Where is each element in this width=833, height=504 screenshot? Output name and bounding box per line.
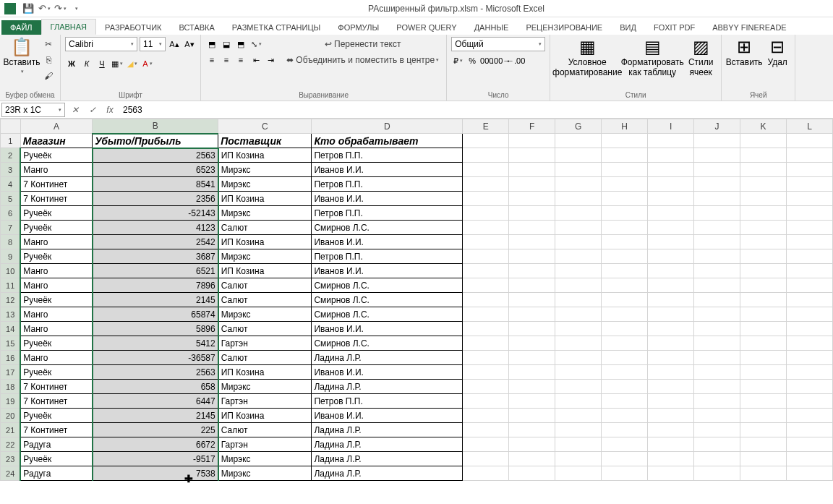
cell-B24[interactable]: 7538 — [93, 466, 218, 481]
row-header-13[interactable]: 13 — [1, 307, 21, 322]
percent-button[interactable]: % — [466, 54, 479, 68]
cell-H5[interactable] — [602, 192, 648, 206]
cell-C13[interactable]: Мирэкс — [218, 307, 312, 322]
cell-J24[interactable] — [694, 466, 740, 481]
cell-I11[interactable] — [648, 278, 694, 293]
cell-G10[interactable] — [555, 264, 602, 278]
cell-L13[interactable] — [786, 307, 832, 322]
formula-input[interactable] — [119, 103, 833, 117]
cell-B21[interactable]: 225 — [93, 423, 218, 437]
cell-K4[interactable] — [740, 177, 786, 192]
cell-K8[interactable] — [740, 235, 786, 249]
cell-K14[interactable] — [740, 322, 786, 336]
borders-button[interactable]: ▦▾ — [111, 56, 124, 71]
cell-G12[interactable] — [555, 293, 602, 307]
cell-F15[interactable] — [509, 336, 555, 351]
cell-C6[interactable]: Мирэкс — [218, 206, 312, 221]
cell-E6[interactable] — [463, 206, 509, 221]
cell-J19[interactable] — [694, 394, 740, 409]
cell-D22[interactable]: Ладина Л.Р. — [312, 437, 463, 452]
cell-B1[interactable]: Убыто/Прибыль — [93, 134, 218, 148]
font-name-select[interactable]: Calibri▾ — [65, 37, 137, 51]
paste-button[interactable]: 📋 Вставить ▾ — [4, 37, 39, 76]
cell-G18[interactable] — [555, 380, 602, 394]
cell-D6[interactable]: Петров П.П. — [312, 206, 463, 221]
cell-D24[interactable]: Ладина Л.Р. — [312, 466, 463, 481]
row-header-23[interactable]: 23 — [1, 452, 21, 466]
cell-A22[interactable]: Радуга — [20, 437, 92, 452]
cell-L24[interactable] — [786, 466, 832, 481]
cell-C12[interactable]: Салют — [218, 293, 312, 307]
underline-button[interactable]: Ч — [95, 56, 108, 71]
cell-K12[interactable] — [740, 293, 786, 307]
cell-B6[interactable]: -52143 — [93, 206, 218, 221]
cell-A15[interactable]: Ручеёк — [20, 336, 92, 351]
cell-F20[interactable] — [509, 409, 555, 423]
col-header-C[interactable]: C — [218, 119, 312, 134]
col-header-I[interactable]: I — [648, 119, 694, 134]
cell-G13[interactable] — [555, 307, 602, 322]
cell-K7[interactable] — [740, 221, 786, 235]
align-right-button[interactable]: ≡ — [234, 53, 247, 67]
cell-H22[interactable] — [602, 437, 648, 452]
cell-D5[interactable]: Иванов И.И. — [312, 192, 463, 206]
cell-D19[interactable]: Петров П.П. — [312, 394, 463, 409]
cell-A5[interactable]: 7 Континет — [20, 192, 92, 206]
row-header-8[interactable]: 8 — [1, 235, 21, 249]
row-header-16[interactable]: 16 — [1, 351, 21, 365]
cell-E24[interactable] — [463, 466, 509, 481]
cell-E15[interactable] — [463, 336, 509, 351]
cell-H2[interactable] — [602, 148, 648, 163]
cell-C2[interactable]: ИП Козина — [218, 148, 312, 163]
cell-D8[interactable]: Иванов И.И. — [312, 235, 463, 249]
cell-B4[interactable]: 8541 — [93, 177, 218, 192]
cell-E7[interactable] — [463, 221, 509, 235]
cell-B19[interactable]: 6447 — [93, 394, 218, 409]
cell-F17[interactable] — [509, 365, 555, 380]
cell-C8[interactable]: ИП Козина — [218, 235, 312, 249]
cell-F9[interactable] — [509, 249, 555, 264]
merge-center-button[interactable]: ⬌ Объединить и поместить в центре▾ — [283, 53, 442, 67]
cell-L6[interactable] — [786, 206, 832, 221]
cell-I12[interactable] — [648, 293, 694, 307]
cell-I7[interactable] — [648, 221, 694, 235]
tab-data[interactable]: ДАННЫЕ — [466, 20, 518, 35]
cell-G16[interactable] — [555, 351, 602, 365]
cell-D10[interactable]: Иванов И.И. — [312, 264, 463, 278]
copy-button[interactable]: ⎘ — [41, 53, 56, 67]
cell-L12[interactable] — [786, 293, 832, 307]
cell-E17[interactable] — [463, 365, 509, 380]
cell-L15[interactable] — [786, 336, 832, 351]
cell-D13[interactable]: Смирнов Л.С. — [312, 307, 463, 322]
cell-F18[interactable] — [509, 380, 555, 394]
cell-I10[interactable] — [648, 264, 694, 278]
cell-I22[interactable] — [648, 437, 694, 452]
cell-styles-button[interactable]: ▨Стили ячеек — [685, 37, 717, 79]
cell-I3[interactable] — [648, 163, 694, 177]
font-size-select[interactable]: 11▾ — [140, 37, 166, 51]
cell-H20[interactable] — [602, 409, 648, 423]
cell-E4[interactable] — [463, 177, 509, 192]
cell-E11[interactable] — [463, 278, 509, 293]
increase-indent-button[interactable]: ⇥ — [264, 53, 277, 67]
cell-H9[interactable] — [602, 249, 648, 264]
cell-I13[interactable] — [648, 307, 694, 322]
cell-K2[interactable] — [740, 148, 786, 163]
cell-B2[interactable]: 2563 — [93, 148, 218, 163]
cell-K23[interactable] — [740, 452, 786, 466]
cell-B20[interactable]: 2145 — [93, 409, 218, 423]
cell-C22[interactable]: Гартэн — [218, 437, 312, 452]
cell-L11[interactable] — [786, 278, 832, 293]
cell-H14[interactable] — [602, 322, 648, 336]
cell-F4[interactable] — [509, 177, 555, 192]
row-header-5[interactable]: 5 — [1, 192, 21, 206]
cell-F19[interactable] — [509, 394, 555, 409]
cell-F14[interactable] — [509, 322, 555, 336]
cell-B3[interactable]: 6523 — [93, 163, 218, 177]
row-header-12[interactable]: 12 — [1, 293, 21, 307]
col-header-J[interactable]: J — [694, 119, 740, 134]
cell-K6[interactable] — [740, 206, 786, 221]
cell-F1[interactable] — [509, 134, 555, 148]
cell-F24[interactable] — [509, 466, 555, 481]
cell-I24[interactable] — [648, 466, 694, 481]
